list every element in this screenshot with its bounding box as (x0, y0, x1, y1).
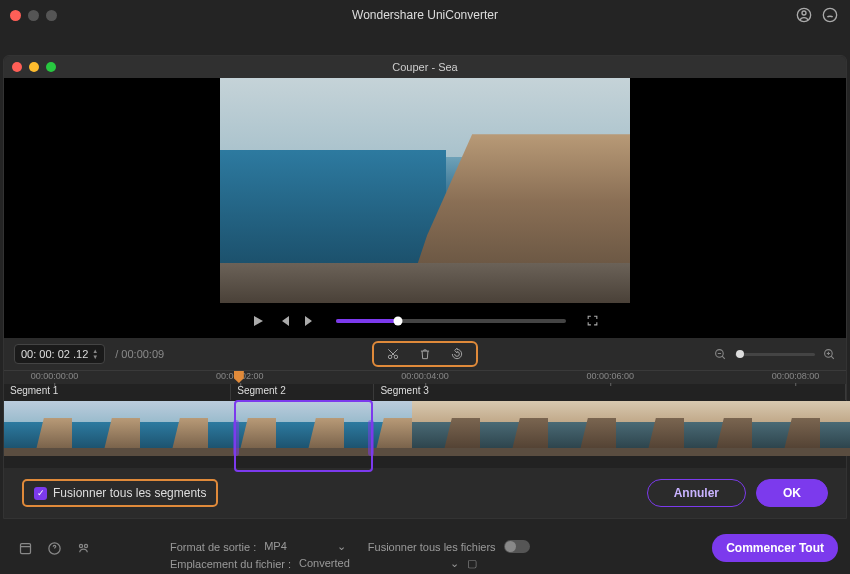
svg-point-5 (79, 544, 82, 547)
ruler-tick: 00:00:04:00 (401, 371, 449, 381)
ok-button[interactable]: OK (756, 479, 828, 507)
maximize-icon[interactable] (46, 62, 56, 72)
ruler-tick: 00:00:08:00 (772, 371, 820, 381)
feedback-icon[interactable] (822, 7, 838, 23)
format-select[interactable]: MP4⌄ (264, 540, 346, 553)
prev-frame-button[interactable] (278, 315, 290, 327)
next-frame-button[interactable] (304, 315, 316, 327)
editor-traffic-lights[interactable] (12, 62, 56, 72)
close-icon[interactable] (10, 10, 21, 21)
maximize-icon[interactable] (46, 10, 57, 21)
start-all-button[interactable]: Commencer Tout (712, 534, 838, 562)
merge-label: Fusionner tous les segments (53, 486, 206, 500)
edit-tools-highlight (372, 341, 478, 367)
timecode-input[interactable]: 00: 00: 02 .12 ▲▼ (14, 344, 105, 364)
svg-point-6 (84, 544, 87, 547)
cancel-button[interactable]: Annuler (647, 479, 746, 507)
seek-slider[interactable] (336, 319, 566, 323)
segment-labels: Segment 1 Segment 2 Segment 3 (4, 384, 846, 400)
format-label: Format de sortie : (170, 541, 256, 553)
account-icon[interactable] (796, 7, 812, 23)
svg-point-2 (823, 8, 836, 21)
app-title: Wondershare UniConverter (352, 8, 498, 22)
merge-all-toggle[interactable] (504, 540, 530, 553)
merge-segments-highlight: ✓ Fusionner tous les segments (22, 479, 218, 507)
zoom-in-icon[interactable] (823, 348, 836, 361)
share-icon[interactable] (76, 541, 91, 556)
main-titlebar: Wondershare UniConverter (0, 0, 850, 30)
close-icon[interactable] (12, 62, 22, 72)
zoom-slider[interactable] (735, 353, 815, 356)
folder-icon[interactable]: ▢ (467, 557, 477, 570)
minimize-icon[interactable] (28, 10, 39, 21)
timeline-ruler[interactable]: 00:00:00:00 00:00:02:00 00:00:04:00 00:0… (4, 370, 846, 384)
merge-checkbox[interactable]: ✓ (34, 487, 47, 500)
merge-all-label: Fusionner tous les fichiers (368, 541, 496, 553)
minimize-icon[interactable] (29, 62, 39, 72)
library-icon[interactable] (18, 541, 33, 556)
undo-icon[interactable] (450, 347, 464, 361)
location-select[interactable]: Converted⌄ (299, 557, 459, 570)
help-icon[interactable] (47, 541, 62, 556)
cut-icon[interactable] (386, 347, 400, 361)
delete-icon[interactable] (418, 347, 432, 361)
segment-label[interactable]: Segment 3 (374, 384, 846, 400)
trim-editor-window: Couper - Sea 00: 00: 02 .12 ▲▼ / 00:00:0… (3, 55, 847, 519)
playhead[interactable] (234, 371, 244, 383)
svg-rect-3 (21, 544, 31, 554)
segment-label[interactable]: Segment 2 (231, 384, 374, 400)
timeline-thumbnails[interactable] (4, 400, 846, 468)
svg-point-1 (802, 11, 806, 15)
segment-label[interactable]: Segment 1 (4, 384, 231, 400)
fullscreen-icon[interactable] (586, 314, 599, 327)
video-preview (4, 78, 846, 303)
play-button[interactable] (252, 315, 264, 327)
ruler-tick: 00:00:06:00 (586, 371, 634, 381)
editor-title: Couper - Sea (392, 61, 457, 73)
zoom-out-icon[interactable] (714, 348, 727, 361)
location-label: Emplacement du fichier : (170, 558, 291, 570)
main-traffic-lights[interactable] (10, 10, 57, 21)
ruler-tick: 00:00:00:00 (31, 371, 79, 381)
total-duration: / 00:00:09 (115, 348, 164, 360)
